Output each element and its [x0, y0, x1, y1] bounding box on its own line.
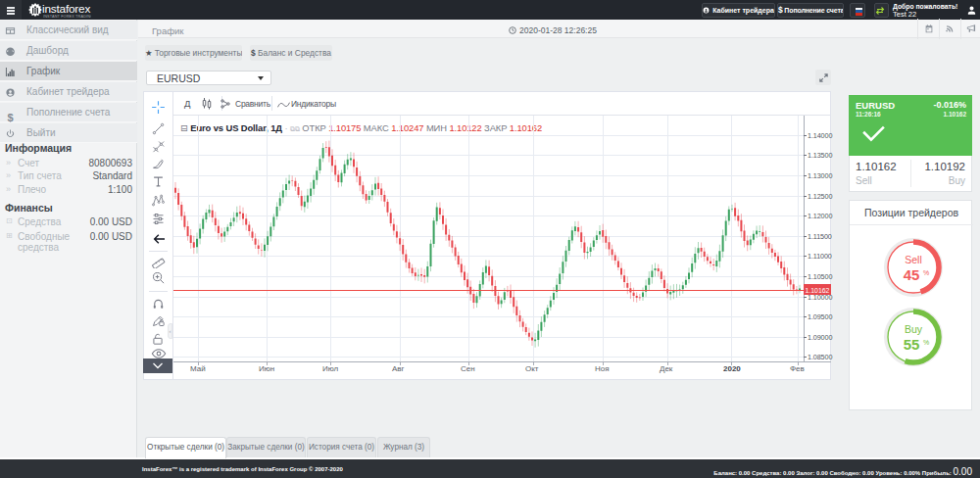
- svg-text:Sell: Sell: [905, 254, 922, 265]
- svg-text:%: %: [923, 269, 929, 276]
- svg-text:Buy: Buy: [905, 323, 923, 335]
- svg-text:55: 55: [904, 336, 920, 353]
- svg-text:45: 45: [904, 266, 920, 283]
- svg-text:%: %: [923, 339, 929, 346]
